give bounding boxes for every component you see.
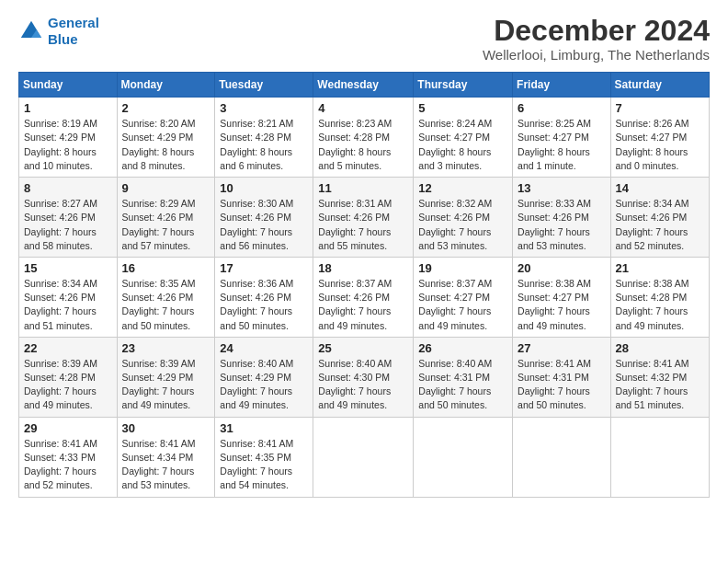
day-number: 4: [318, 101, 408, 115]
day-detail: Sunrise: 8:40 AM Sunset: 4:29 PM Dayligh…: [220, 357, 308, 413]
day-detail: Sunrise: 8:25 AM Sunset: 4:27 PM Dayligh…: [518, 117, 606, 173]
calendar-cell: 4Sunrise: 8:23 AM Sunset: 4:28 PM Daylig…: [313, 98, 414, 178]
day-detail: Sunrise: 8:30 AM Sunset: 4:26 PM Dayligh…: [220, 197, 308, 253]
calendar-cell: 7Sunrise: 8:26 AM Sunset: 4:27 PM Daylig…: [610, 98, 709, 178]
day-detail: Sunrise: 8:41 AM Sunset: 4:32 PM Dayligh…: [616, 357, 704, 413]
title-area: December 2024 Wellerlooi, Limburg, The N…: [483, 15, 710, 63]
day-number: 1: [24, 101, 112, 115]
day-header-friday: Friday: [513, 73, 611, 98]
calendar-cell: 1Sunrise: 8:19 AM Sunset: 4:29 PM Daylig…: [19, 98, 118, 178]
calendar-cell: 19Sunrise: 8:37 AM Sunset: 4:27 PM Dayli…: [414, 257, 513, 337]
calendar-week-3: 15Sunrise: 8:34 AM Sunset: 4:26 PM Dayli…: [19, 257, 710, 337]
calendar-cell: 31Sunrise: 8:41 AM Sunset: 4:35 PM Dayli…: [215, 417, 313, 497]
calendar-cell: 21Sunrise: 8:38 AM Sunset: 4:28 PM Dayli…: [610, 257, 709, 337]
subtitle: Wellerlooi, Limburg, The Netherlands: [483, 47, 710, 63]
day-number: 20: [518, 261, 606, 275]
day-detail: Sunrise: 8:39 AM Sunset: 4:28 PM Dayligh…: [24, 357, 112, 413]
day-number: 16: [122, 261, 210, 275]
calendar-cell: [513, 417, 611, 497]
day-detail: Sunrise: 8:19 AM Sunset: 4:29 PM Dayligh…: [24, 117, 112, 173]
day-detail: Sunrise: 8:29 AM Sunset: 4:26 PM Dayligh…: [122, 197, 210, 253]
day-number: 14: [616, 181, 704, 195]
day-detail: Sunrise: 8:37 AM Sunset: 4:26 PM Dayligh…: [318, 277, 408, 333]
day-number: 10: [220, 181, 308, 195]
calendar-cell: [610, 417, 709, 497]
day-number: 3: [220, 101, 308, 115]
logo: General Blue: [18, 15, 99, 48]
calendar-week-1: 1Sunrise: 8:19 AM Sunset: 4:29 PM Daylig…: [19, 98, 710, 178]
day-number: 31: [220, 421, 308, 435]
day-detail: Sunrise: 8:23 AM Sunset: 4:28 PM Dayligh…: [318, 117, 408, 173]
day-detail: Sunrise: 8:41 AM Sunset: 4:31 PM Dayligh…: [518, 357, 606, 413]
day-header-thursday: Thursday: [414, 73, 513, 98]
day-number: 29: [24, 421, 112, 435]
calendar-cell: 28Sunrise: 8:41 AM Sunset: 4:32 PM Dayli…: [610, 337, 709, 417]
day-detail: Sunrise: 8:34 AM Sunset: 4:26 PM Dayligh…: [24, 277, 112, 333]
logo-line1: General: [48, 15, 99, 30]
day-header-sunday: Sunday: [19, 73, 118, 98]
calendar-cell: 12Sunrise: 8:32 AM Sunset: 4:26 PM Dayli…: [414, 178, 513, 258]
calendar-cell: 9Sunrise: 8:29 AM Sunset: 4:26 PM Daylig…: [117, 178, 215, 258]
day-number: 13: [518, 181, 606, 195]
calendar-cell: 14Sunrise: 8:34 AM Sunset: 4:26 PM Dayli…: [610, 178, 709, 258]
calendar-header-row: SundayMondayTuesdayWednesdayThursdayFrid…: [19, 73, 710, 98]
day-header-saturday: Saturday: [610, 73, 709, 98]
day-number: 19: [418, 261, 507, 275]
day-detail: Sunrise: 8:41 AM Sunset: 4:35 PM Dayligh…: [220, 437, 308, 493]
day-header-wednesday: Wednesday: [313, 73, 414, 98]
calendar-cell: 13Sunrise: 8:33 AM Sunset: 4:26 PM Dayli…: [513, 178, 611, 258]
calendar-cell: 10Sunrise: 8:30 AM Sunset: 4:26 PM Dayli…: [215, 178, 313, 258]
calendar-cell: 23Sunrise: 8:39 AM Sunset: 4:29 PM Dayli…: [117, 337, 215, 417]
day-number: 11: [318, 181, 408, 195]
calendar-table: SundayMondayTuesdayWednesdayThursdayFrid…: [18, 72, 710, 497]
calendar-cell: 18Sunrise: 8:37 AM Sunset: 4:26 PM Dayli…: [313, 257, 414, 337]
day-detail: Sunrise: 8:24 AM Sunset: 4:27 PM Dayligh…: [418, 117, 507, 173]
calendar-cell: 17Sunrise: 8:36 AM Sunset: 4:26 PM Dayli…: [215, 257, 313, 337]
day-detail: Sunrise: 8:38 AM Sunset: 4:28 PM Dayligh…: [616, 277, 704, 333]
day-detail: Sunrise: 8:34 AM Sunset: 4:26 PM Dayligh…: [616, 197, 704, 253]
day-number: 25: [318, 341, 408, 355]
day-number: 8: [24, 181, 112, 195]
day-number: 18: [318, 261, 408, 275]
calendar-cell: 3Sunrise: 8:21 AM Sunset: 4:28 PM Daylig…: [215, 98, 313, 178]
day-number: 17: [220, 261, 308, 275]
day-detail: Sunrise: 8:33 AM Sunset: 4:26 PM Dayligh…: [518, 197, 606, 253]
day-detail: Sunrise: 8:39 AM Sunset: 4:29 PM Dayligh…: [122, 357, 210, 413]
day-detail: Sunrise: 8:38 AM Sunset: 4:27 PM Dayligh…: [518, 277, 606, 333]
day-detail: Sunrise: 8:37 AM Sunset: 4:27 PM Dayligh…: [418, 277, 507, 333]
day-number: 5: [418, 101, 507, 115]
calendar-cell: [313, 417, 414, 497]
day-detail: Sunrise: 8:20 AM Sunset: 4:29 PM Dayligh…: [122, 117, 210, 173]
day-number: 15: [24, 261, 112, 275]
day-detail: Sunrise: 8:40 AM Sunset: 4:30 PM Dayligh…: [318, 357, 408, 413]
calendar-cell: 2Sunrise: 8:20 AM Sunset: 4:29 PM Daylig…: [117, 98, 215, 178]
day-number: 21: [616, 261, 704, 275]
day-number: 22: [24, 341, 112, 355]
calendar-cell: 24Sunrise: 8:40 AM Sunset: 4:29 PM Dayli…: [215, 337, 313, 417]
day-number: 30: [122, 421, 210, 435]
day-number: 12: [418, 181, 507, 195]
calendar-cell: 11Sunrise: 8:31 AM Sunset: 4:26 PM Dayli…: [313, 178, 414, 258]
day-detail: Sunrise: 8:31 AM Sunset: 4:26 PM Dayligh…: [318, 197, 408, 253]
calendar-cell: 30Sunrise: 8:41 AM Sunset: 4:34 PM Dayli…: [117, 417, 215, 497]
day-number: 23: [122, 341, 210, 355]
calendar-week-5: 29Sunrise: 8:41 AM Sunset: 4:33 PM Dayli…: [19, 417, 710, 497]
day-number: 27: [518, 341, 606, 355]
logo-line2: Blue: [48, 31, 78, 47]
calendar-cell: [414, 417, 513, 497]
calendar-cell: 26Sunrise: 8:40 AM Sunset: 4:31 PM Dayli…: [414, 337, 513, 417]
calendar-week-2: 8Sunrise: 8:27 AM Sunset: 4:26 PM Daylig…: [19, 178, 710, 258]
day-number: 6: [518, 101, 606, 115]
day-number: 26: [418, 341, 507, 355]
day-detail: Sunrise: 8:40 AM Sunset: 4:31 PM Dayligh…: [418, 357, 507, 413]
day-detail: Sunrise: 8:36 AM Sunset: 4:26 PM Dayligh…: [220, 277, 308, 333]
calendar-cell: 8Sunrise: 8:27 AM Sunset: 4:26 PM Daylig…: [19, 178, 118, 258]
calendar-cell: 15Sunrise: 8:34 AM Sunset: 4:26 PM Dayli…: [19, 257, 118, 337]
day-detail: Sunrise: 8:32 AM Sunset: 4:26 PM Dayligh…: [418, 197, 507, 253]
day-detail: Sunrise: 8:27 AM Sunset: 4:26 PM Dayligh…: [24, 197, 112, 253]
calendar-cell: 22Sunrise: 8:39 AM Sunset: 4:28 PM Dayli…: [19, 337, 118, 417]
day-number: 24: [220, 341, 308, 355]
day-header-monday: Monday: [117, 73, 215, 98]
calendar-cell: 20Sunrise: 8:38 AM Sunset: 4:27 PM Dayli…: [513, 257, 611, 337]
header: General Blue December 2024 Wellerlooi, L…: [18, 15, 710, 63]
